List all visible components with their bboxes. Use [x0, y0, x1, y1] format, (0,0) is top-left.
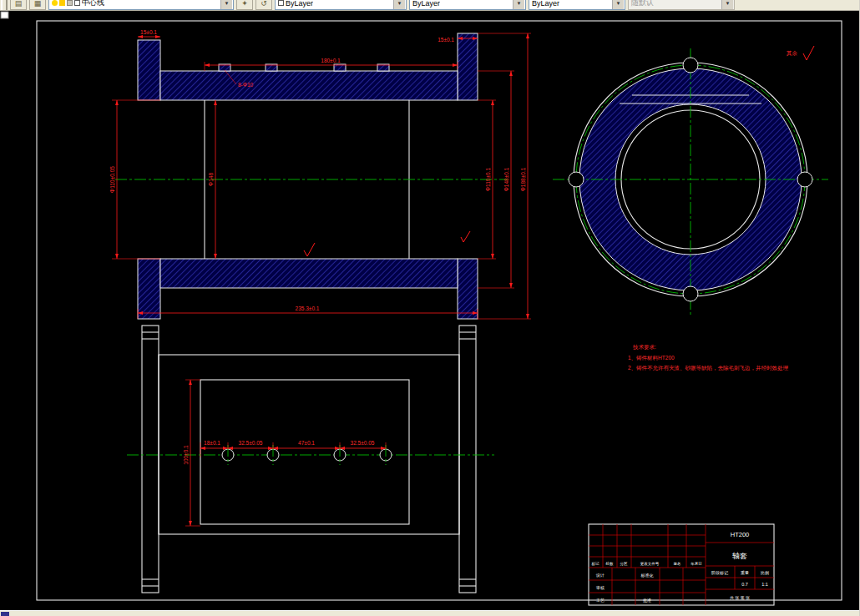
- dim-right-d3: Φ188±0.1: [520, 167, 526, 191]
- dim-flange-right-thickness: 15±0.1: [438, 37, 454, 43]
- col-sign-label: 签名: [674, 562, 681, 566]
- dim-plan-h1: 18±0.1: [204, 440, 220, 446]
- dim-flange-left-thickness: 15±0.1: [140, 29, 157, 35]
- properties-toolbar: ▤ ▦ 中心线 ▼ ✦ ↺ ByLayer ▼ ByLayer ▼ ByLaye…: [0, 0, 859, 11]
- model-space-canvas[interactable]: 15±0.1 180±0.1 15±0.1 8-Φ10 Φ110±0.05 Φ1…: [0, 11, 859, 610]
- dim-total-length: 235.3±0.1: [296, 305, 320, 311]
- dim-plan-h3: 47±0.1: [298, 440, 315, 446]
- linetype-combo[interactable]: ByLayer ▼: [409, 0, 526, 10]
- sheet-count: 共 张 第 张: [730, 595, 750, 601]
- chevron-down-icon[interactable]: ▼: [393, 0, 405, 9]
- dim-plan-height: 100±0.1: [183, 445, 189, 465]
- bolt-hole: [569, 172, 584, 187]
- layer-on-icon: [52, 0, 58, 6]
- layer-states-button[interactable]: ▦: [29, 0, 46, 10]
- color-swatch: [278, 0, 284, 6]
- make-current-icon: ✦: [241, 0, 248, 8]
- col-zone-label: 分区: [620, 561, 629, 566]
- layer-lock-icon: [67, 0, 73, 6]
- col-date-label: 年月日: [691, 562, 702, 566]
- layer-previous-button[interactable]: ↺: [255, 0, 272, 10]
- chevron-down-icon[interactable]: ▼: [612, 0, 624, 9]
- approve-label: 批准: [643, 598, 651, 603]
- col-docno-label: 更改文件号: [640, 561, 660, 566]
- linetype-combo-value: ByLayer: [412, 0, 440, 8]
- dim-bore-step: Φ148: [208, 173, 214, 186]
- part-name: 轴套: [732, 552, 747, 560]
- plotstyle-combo: 随默认 ▼: [628, 0, 735, 10]
- toolbar-grip[interactable]: [1, 0, 8, 10]
- command-window-icon: [1, 612, 9, 616]
- layer-combo-value: 中心线: [82, 0, 104, 8]
- color-combo-value: ByLayer: [286, 0, 313, 8]
- bolt-hole: [797, 172, 812, 187]
- stage-label: 阶段标记: [711, 570, 728, 576]
- make-object-layer-current-button[interactable]: ✦: [236, 0, 253, 10]
- layers-icon: ▤: [15, 0, 23, 8]
- notes-item-2: 2、铸件不允许有夹渣、砂眼等缺陷，去除毛刺飞边，并经时效处理: [628, 365, 789, 371]
- command-line-strip[interactable]: [0, 610, 859, 616]
- layer-state-icon: ▦: [34, 0, 42, 8]
- check-label: 审核: [596, 585, 605, 590]
- dim-holes-note: 8-Φ10: [238, 82, 254, 88]
- dim-right-d1: Φ110±0.1: [485, 168, 491, 192]
- standardize-label: 标准化: [640, 573, 654, 578]
- process-label: 工艺: [596, 598, 605, 603]
- layer-manager-button[interactable]: ▤: [10, 0, 27, 10]
- roughness-rest-label: 其余: [786, 50, 798, 57]
- dim-right-d2: Φ148±0.1: [503, 167, 509, 191]
- scale-value: 1:1: [761, 582, 768, 587]
- notes-title: 技术要求:: [632, 344, 656, 351]
- layer-color-swatch: [74, 0, 80, 6]
- col-count-label: 处数: [606, 561, 615, 566]
- scale-label: 比例: [761, 570, 769, 576]
- bolt-hole: [683, 286, 698, 301]
- lineweight-combo-value: ByLayer: [532, 0, 559, 8]
- dim-top-width: 180±0.1: [321, 58, 341, 63]
- design-label: 设计: [595, 573, 605, 578]
- chevron-down-icon: ▼: [721, 0, 733, 9]
- weight-label: 重量: [741, 570, 749, 575]
- chevron-down-icon[interactable]: ▼: [513, 0, 524, 9]
- window-control-remnant: [1, 12, 8, 18]
- weight-value: 0.7: [741, 582, 748, 587]
- notes-item-1: 1、铸件材料HT200: [628, 355, 675, 361]
- dim-plan-h4: 32.5±0.05: [351, 440, 375, 446]
- col-mark-label: 标记: [591, 561, 600, 567]
- chevron-down-icon[interactable]: ▼: [220, 0, 232, 9]
- material-label: HT200: [731, 531, 750, 538]
- cad-drawing[interactable]: 15±0.1 180±0.1 15±0.1 8-Φ10 Φ110±0.05 Φ1…: [0, 11, 860, 610]
- dim-plan-h2: 32.5±0.05: [239, 440, 263, 446]
- plotstyle-combo-value: 随默认: [631, 0, 654, 8]
- bolt-hole: [683, 58, 698, 73]
- lineweight-combo[interactable]: ByLayer ▼: [529, 0, 625, 10]
- layer-combo[interactable]: 中心线 ▼: [48, 0, 234, 10]
- color-combo[interactable]: ByLayer ▼: [275, 0, 407, 10]
- layer-thaw-icon: [59, 0, 65, 6]
- dim-bore: Φ110±0.05: [109, 166, 115, 193]
- layer-previous-icon: ↺: [261, 0, 267, 8]
